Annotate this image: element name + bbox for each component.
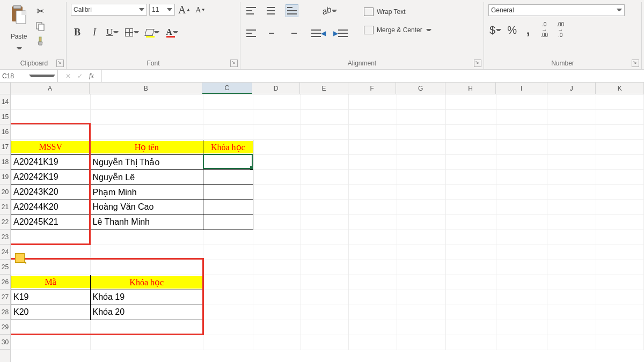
cell-H29[interactable]	[445, 320, 496, 335]
cell-F25[interactable]	[349, 260, 397, 275]
cell-E20[interactable]	[301, 184, 349, 200]
cell-J17[interactable]	[547, 139, 596, 154]
orientation-button[interactable]: ab	[310, 4, 349, 17]
cell-J19[interactable]	[547, 169, 596, 184]
grow-font-button[interactable]: A▲	[177, 3, 192, 16]
cell-C16[interactable]	[203, 124, 253, 139]
align-top-button[interactable]	[245, 4, 258, 17]
cell-E30[interactable]	[301, 335, 349, 350]
fill-color-button[interactable]	[144, 26, 160, 39]
cell-E26[interactable]	[301, 275, 349, 290]
cell-A21[interactable]: A20244K20	[11, 200, 91, 215]
borders-button[interactable]	[124, 26, 140, 39]
cell-F19[interactable]	[349, 169, 397, 184]
cell-D16[interactable]	[253, 124, 301, 139]
cell-H23[interactable]	[445, 230, 496, 245]
col-header-C[interactable]: C	[202, 83, 252, 94]
col-header-K[interactable]: K	[596, 83, 644, 94]
cell-A17[interactable]: MSSV	[11, 139, 91, 154]
cell-I28[interactable]	[496, 305, 547, 320]
row-header-15[interactable]: 15	[0, 109, 10, 124]
cell-F20[interactable]	[349, 184, 397, 200]
col-header-E[interactable]: E	[300, 83, 348, 94]
number-format-combo[interactable]: General	[488, 4, 625, 16]
bold-button[interactable]: B	[71, 26, 84, 39]
cell-I20[interactable]	[496, 184, 547, 200]
cell-B15[interactable]	[90, 109, 203, 124]
wrap-text-button[interactable]: Wrap Text	[361, 4, 435, 19]
cell-I14[interactable]	[496, 94, 547, 109]
cell-H17[interactable]	[445, 139, 496, 154]
col-header-I[interactable]: I	[496, 83, 547, 94]
paste-button[interactable]: Paste	[6, 3, 31, 49]
merge-center-button[interactable]: Merge & Center	[361, 23, 435, 38]
cell-G15[interactable]	[397, 109, 445, 124]
cell-J15[interactable]	[547, 109, 596, 124]
cell-I18[interactable]	[496, 154, 547, 169]
cell-K16[interactable]	[596, 124, 643, 139]
cell-A22[interactable]: A20245K21	[11, 215, 91, 230]
cell-G17[interactable]	[397, 139, 445, 154]
cell-K29[interactable]	[596, 320, 643, 335]
cell-K19[interactable]	[596, 169, 643, 184]
cell-A16[interactable]	[11, 124, 91, 139]
cell-K25[interactable]	[596, 260, 643, 275]
cell-C17[interactable]: Khóa học	[203, 139, 253, 154]
cell-J28[interactable]	[547, 305, 596, 320]
cell-D23[interactable]	[253, 230, 301, 245]
cell-A27[interactable]: K19	[11, 290, 91, 305]
cell-B28[interactable]: Khóa 20	[90, 305, 203, 320]
col-header-F[interactable]: F	[348, 83, 397, 94]
align-right-button[interactable]	[286, 27, 298, 40]
cell-A19[interactable]: A20242K19	[11, 169, 91, 184]
cell-H25[interactable]	[445, 260, 496, 275]
cell-I27[interactable]	[496, 290, 547, 305]
cell-C26[interactable]	[203, 275, 253, 290]
cell-K22[interactable]	[596, 215, 643, 230]
decrease-indent-button[interactable]: ◀	[310, 27, 327, 40]
cell-K23[interactable]	[596, 230, 643, 245]
cell-E19[interactable]	[301, 169, 349, 184]
cell-D20[interactable]	[253, 184, 301, 200]
cell-C14[interactable]	[203, 94, 253, 109]
cell-K20[interactable]	[596, 184, 643, 200]
cell-B22[interactable]: Lê Thanh Minh	[90, 215, 203, 230]
cell-D18[interactable]	[253, 154, 301, 169]
cell-G29[interactable]	[397, 320, 445, 335]
cell-I25[interactable]	[496, 260, 547, 275]
cell-J21[interactable]	[547, 200, 596, 215]
cell-B27[interactable]: Khóa 19	[90, 290, 203, 305]
cell-C25[interactable]	[203, 260, 253, 275]
cell-I26[interactable]	[496, 275, 547, 290]
cell-B16[interactable]	[90, 124, 203, 139]
cell-F21[interactable]	[349, 200, 397, 215]
row-header-20[interactable]: 20	[0, 184, 10, 200]
cell-I16[interactable]	[496, 124, 547, 139]
cell-K27[interactable]	[596, 290, 643, 305]
cell-D29[interactable]	[253, 320, 301, 335]
cell-G22[interactable]	[397, 215, 445, 230]
cell-G19[interactable]	[397, 169, 445, 184]
cell-B24[interactable]	[90, 245, 203, 260]
cell-D22[interactable]	[253, 215, 301, 230]
cell-A30[interactable]	[11, 335, 91, 350]
cell-D24[interactable]	[253, 245, 301, 260]
cancel-formula-button[interactable]: ✕	[65, 72, 71, 80]
cell-K21[interactable]	[596, 200, 643, 215]
cell-B18[interactable]: Nguyễn Thị Thảo	[90, 154, 203, 169]
cell-E17[interactable]	[301, 139, 349, 154]
cell-G25[interactable]	[397, 260, 445, 275]
cell-J14[interactable]	[547, 94, 596, 109]
cell-J20[interactable]	[547, 184, 596, 200]
cell-D26[interactable]	[253, 275, 301, 290]
col-header-H[interactable]: H	[445, 83, 496, 94]
cell-J25[interactable]	[547, 260, 596, 275]
increase-decimal-button[interactable]: .0→.00	[538, 24, 551, 36]
cell-I22[interactable]	[496, 215, 547, 230]
cell-A29[interactable]	[11, 320, 91, 335]
cell-F22[interactable]	[349, 215, 397, 230]
cut-button[interactable]: ✂	[34, 5, 46, 17]
cell-G20[interactable]	[397, 184, 445, 200]
cell-E22[interactable]	[301, 215, 349, 230]
row-header-23[interactable]: 23	[0, 230, 10, 245]
